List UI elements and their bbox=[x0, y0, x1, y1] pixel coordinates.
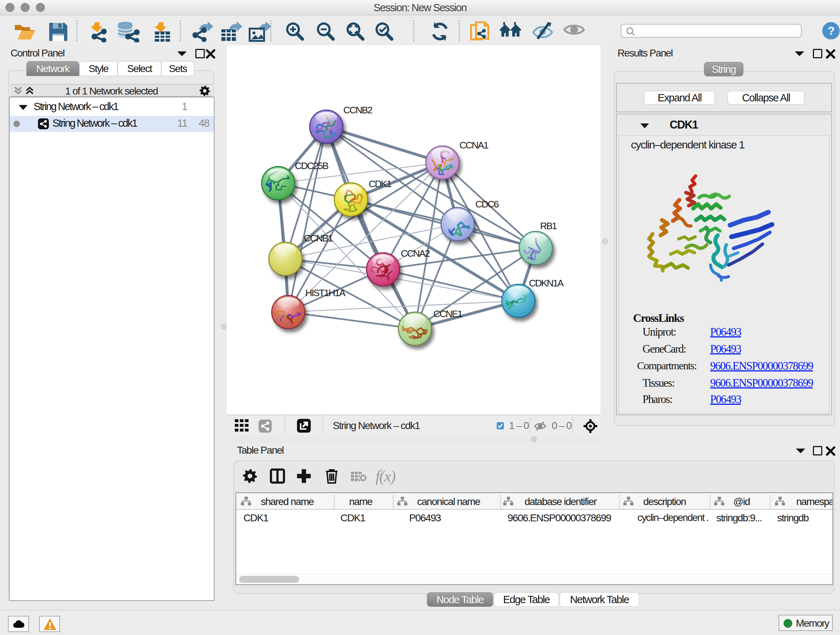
svg-text:CDKN1A: CDKN1A bbox=[529, 278, 564, 288]
svg-text:CDK1: CDK1 bbox=[369, 179, 392, 189]
svg-text:CDC6: CDC6 bbox=[475, 199, 499, 210]
svg-text:CCNB2: CCNB2 bbox=[343, 105, 372, 116]
svg-text:CDC25B: CDC25B bbox=[295, 160, 328, 171]
svg-text:CCNA2: CCNA2 bbox=[401, 248, 430, 259]
svg-text:HIST1H1A: HIST1H1A bbox=[305, 287, 346, 298]
svg-text:CCNB1: CCNB1 bbox=[304, 233, 333, 244]
svg-text:CCNA1: CCNA1 bbox=[459, 140, 488, 150]
svg-text:?: ? bbox=[828, 24, 834, 37]
svg-text:RB1: RB1 bbox=[540, 220, 557, 231]
svg-text:CCNE1: CCNE1 bbox=[433, 309, 462, 319]
